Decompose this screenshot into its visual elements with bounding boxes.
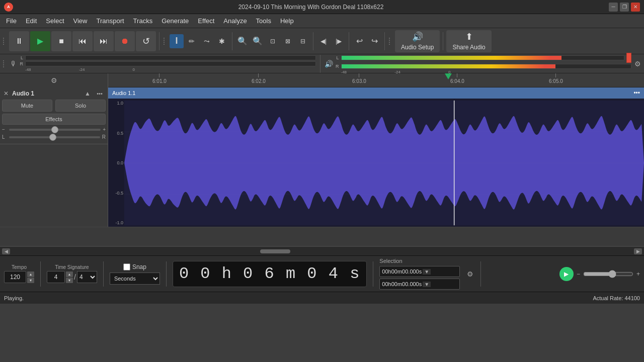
pause-button[interactable]: ⏸ — [9, 31, 29, 51]
solo-button[interactable]: Solo — [55, 100, 106, 112]
pan-slider-thumb[interactable] — [49, 134, 56, 141]
pan-R-label: R — [102, 134, 106, 140]
audio-drag-handle — [389, 32, 393, 50]
draw-tool-button[interactable]: ✏ — [185, 34, 199, 48]
track-collapse-button[interactable]: ▲ — [84, 89, 92, 98]
stop-button[interactable]: ■ — [51, 31, 71, 51]
clip-header: Audio 1.1 ••• — [108, 87, 644, 99]
y-label-2: 0.5 — [108, 131, 124, 136]
ts-num-down[interactable]: ▼ — [66, 278, 73, 283]
zoom-out-button[interactable]: 🔍 — [251, 34, 265, 48]
record-button[interactable]: ⏺ — [115, 31, 135, 51]
bottom-sep-2 — [103, 261, 104, 287]
sel-end-dropdown[interactable]: ▼ — [423, 282, 431, 287]
volume-slider[interactable] — [583, 270, 633, 278]
menu-tracks[interactable]: Tracks — [129, 16, 157, 26]
selection-settings-icon[interactable]: ⚙ — [466, 269, 474, 279]
track-header: ✕ Audio 1 ▲ ••• Mute Solo Effects − + L — [0, 87, 108, 144]
menu-analyze[interactable]: Analyze — [219, 16, 251, 26]
ruler-settings-icon[interactable]: ⚙ — [51, 76, 57, 84]
ruler-label-3: 6:03.0 — [352, 78, 366, 84]
skip-end-button[interactable]: ⏭ — [94, 31, 114, 51]
gain-slider-track[interactable] — [9, 129, 101, 131]
pan-L-label: L — [2, 134, 7, 140]
bottom-sep-4 — [373, 261, 373, 287]
menu-select[interactable]: Select — [42, 16, 68, 26]
settings-gear-icon[interactable]: ⚙ — [633, 59, 642, 69]
bottom-sep-3 — [166, 261, 167, 287]
timeline-ruler: ⚙ 6:01.0 6:02.0 6:03.0 6:04.0 6:05.0 — [0, 73, 644, 87]
track-close-button[interactable]: ✕ — [2, 89, 10, 98]
vu-drag-handle — [3, 55, 7, 73]
gain-plus-label: + — [103, 127, 106, 132]
menu-generate[interactable]: Generate — [157, 16, 193, 26]
play-button[interactable]: ▶ — [30, 31, 50, 51]
tools-drag-handle — [164, 32, 168, 50]
ts-slash: / — [74, 273, 76, 281]
ruler-label-5: 6:05.0 — [549, 78, 563, 84]
menu-help[interactable]: Help — [276, 16, 298, 26]
zoom-in-button[interactable]: 🔍 — [235, 34, 250, 48]
skip-start-button[interactable]: ⏮ — [72, 31, 93, 51]
gain-slider-thumb[interactable] — [51, 126, 58, 133]
select-tool-button[interactable]: I — [170, 34, 184, 48]
ruler-tick-3: 6:03.0 — [352, 73, 366, 84]
close-button[interactable]: ✕ — [631, 3, 640, 12]
time-sig-num-input[interactable] — [47, 271, 65, 283]
menu-edit[interactable]: Edit — [22, 16, 41, 26]
separator-3 — [313, 32, 313, 50]
time-sig-den-select[interactable]: 4 8 16 — [77, 271, 97, 283]
menu-file[interactable]: File — [2, 16, 21, 26]
track-menu-button[interactable]: ••• — [94, 89, 106, 98]
tempo-input[interactable] — [4, 271, 26, 283]
ruler-tick-2: 6:02.0 — [252, 73, 266, 84]
sel-start-dropdown[interactable]: ▼ — [423, 269, 431, 275]
track-name: Audio 1 — [12, 90, 82, 97]
tempo-label: Tempo — [12, 264, 27, 270]
loop-button[interactable]: ↺ — [136, 31, 156, 51]
volume-plus-label: + — [636, 270, 640, 278]
audio-setup-label: Audio Setup — [401, 44, 434, 51]
y-label-4: -0.5 — [108, 191, 124, 196]
h-scroll-track — [12, 249, 632, 253]
effects-button[interactable]: Effects — [2, 114, 106, 125]
window-controls: ─ ❐ ✕ — [609, 3, 640, 12]
speaker-icon: 🔊 — [412, 31, 423, 42]
trim-right-button[interactable]: |▶ — [332, 34, 346, 48]
h-scroll-thumb[interactable] — [260, 249, 290, 253]
time-sig-num-spin: ▲ ▼ — [66, 272, 73, 283]
menu-tools[interactable]: Tools — [252, 16, 275, 26]
trim-left-button[interactable]: ◀| — [316, 34, 331, 48]
clip-menu-button[interactable]: ••• — [633, 89, 640, 97]
scroll-right-button[interactable]: ▶ — [634, 248, 642, 254]
menu-effect[interactable]: Effect — [194, 16, 218, 26]
menu-view[interactable]: View — [69, 16, 92, 26]
playback-controls: ▶ − + — [559, 267, 640, 281]
undo-button[interactable]: ↩ — [352, 34, 366, 48]
menu-transport[interactable]: Transport — [92, 16, 128, 26]
scroll-left-button[interactable]: ◀ — [2, 248, 10, 254]
input-R-label: R — [19, 61, 23, 66]
mute-button[interactable]: Mute — [2, 100, 52, 112]
zoom-sel-button[interactable]: ⊠ — [281, 34, 295, 48]
ts-num-up[interactable]: ▲ — [66, 272, 73, 277]
track-content-area: ✕ Audio 1 ▲ ••• Mute Solo Effects − + L — [0, 87, 644, 227]
multi-tool-button[interactable]: ✱ — [215, 34, 229, 48]
zoom-fit-button[interactable]: ⊡ — [266, 34, 280, 48]
tempo-down-button[interactable]: ▼ — [27, 278, 34, 283]
snap-checkbox[interactable] — [123, 263, 130, 270]
clip-title: Audio 1.1 — [112, 90, 135, 96]
share-audio-button[interactable]: ⬆ Share Audio — [446, 30, 491, 52]
share-icon: ⬆ — [465, 31, 473, 42]
envelope-tool-button[interactable]: ⤳ — [200, 34, 214, 48]
audio-setup-button[interactable]: 🔊 Audio Setup — [395, 30, 440, 52]
timer-text: 0 0 h 0 6 m 0 4 s — [179, 264, 360, 283]
tempo-up-button[interactable]: ▲ — [27, 272, 34, 277]
redo-button[interactable]: ↪ — [367, 34, 381, 48]
play-small-button[interactable]: ▶ — [559, 267, 574, 281]
pan-slider-track[interactable] — [9, 136, 100, 138]
zoom-out-full-button[interactable]: ⊟ — [296, 34, 310, 48]
restore-button[interactable]: ❐ — [620, 3, 629, 12]
snap-unit-select[interactable]: Seconds Milliseconds Beats Bars — [110, 273, 160, 285]
minimize-button[interactable]: ─ — [609, 3, 618, 12]
